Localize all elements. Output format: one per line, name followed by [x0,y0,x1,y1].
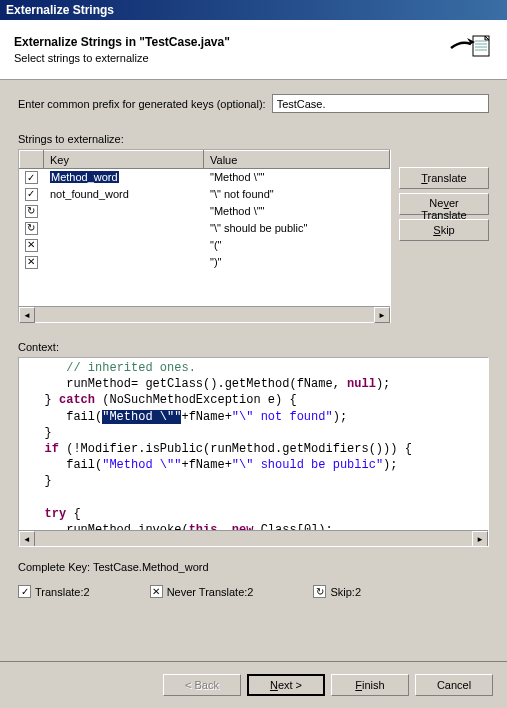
dialog-header: Externalize Strings in "TestCase.java" S… [0,20,507,80]
col-icon[interactable] [20,151,44,169]
col-value[interactable]: Value [204,151,390,169]
scroll-right-icon[interactable]: ► [472,531,488,547]
cross-icon[interactable]: ✕ [20,254,44,271]
skip-icon: ↻ [313,585,326,598]
skip-icon[interactable]: ↻ [20,220,44,237]
back-button: < Back [163,674,241,696]
scroll-right-icon[interactable]: ► [374,307,390,323]
value-cell[interactable]: "Method \"" [204,169,390,186]
complete-key-label: Complete Key: TestCase.Method_word [18,561,489,573]
context-scrollbar[interactable]: ◄ ► [19,530,488,546]
header-subtitle: Select strings to externalize [14,52,230,64]
key-cell[interactable] [44,203,204,220]
check-icon: ✓ [18,585,31,598]
scroll-left-icon[interactable]: ◄ [19,307,35,323]
table-row[interactable]: ✕")" [20,254,390,271]
check-icon[interactable]: ✓ [20,169,44,186]
cancel-button[interactable]: Cancel [415,674,493,696]
context-box[interactable]: // inherited ones. runMethod= getClass()… [18,357,489,547]
skip-icon[interactable]: ↻ [20,203,44,220]
footer-buttons: < Back Next > Finish Cancel [0,661,507,708]
cross-icon: ✕ [150,585,163,598]
value-cell[interactable]: "Method \"" [204,203,390,220]
value-cell[interactable]: "(" [204,237,390,254]
key-cell[interactable]: Method_word [44,169,204,186]
title-bar: Externalize Strings [0,0,507,20]
header-title: Externalize Strings in "TestCase.java" [14,35,230,49]
translate-button[interactable]: Translate [399,167,489,189]
value-cell[interactable]: "\" should be public" [204,220,390,237]
finish-button[interactable]: Finish [331,674,409,696]
status-translate: Translate:2 [35,586,90,598]
table-row[interactable] [20,271,390,288]
table-row[interactable]: ✓not_found_word"\" not found" [20,186,390,203]
skip-button[interactable]: Skip [399,219,489,241]
table-row[interactable]: ↻"Method \"" [20,203,390,220]
key-cell[interactable] [44,254,204,271]
value-cell[interactable]: ")" [204,254,390,271]
next-button[interactable]: Next > [247,674,325,696]
prefix-input[interactable] [272,94,489,113]
prefix-label: Enter common prefix for generated keys (… [18,98,266,110]
table-row[interactable]: ✓Method_word"Method \"" [20,169,390,186]
table-row[interactable]: ✕"(" [20,237,390,254]
blank-icon[interactable] [20,271,44,288]
key-cell[interactable]: not_found_word [44,186,204,203]
horizontal-scrollbar[interactable]: ◄ ► [19,306,390,322]
key-cell[interactable] [44,271,204,288]
strings-label: Strings to externalize: [18,133,489,145]
context-label: Context: [18,341,489,353]
context-content: // inherited ones. runMethod= getClass()… [19,358,488,530]
table-row[interactable]: ↻"\" should be public" [20,220,390,237]
value-cell[interactable]: "\" not found" [204,186,390,203]
scroll-left-icon[interactable]: ◄ [19,531,35,547]
key-cell[interactable] [44,237,204,254]
key-cell[interactable] [44,220,204,237]
externalize-icon [445,30,493,70]
col-key[interactable]: Key [44,151,204,169]
cross-icon[interactable]: ✕ [20,237,44,254]
check-icon[interactable]: ✓ [20,186,44,203]
value-cell[interactable] [204,271,390,288]
status-never: Never Translate:2 [167,586,254,598]
status-skip: Skip:2 [330,586,361,598]
strings-table[interactable]: Key Value ✓Method_word"Method \""✓not_fo… [18,149,391,323]
never-translate-button[interactable]: Never Translate [399,193,489,215]
